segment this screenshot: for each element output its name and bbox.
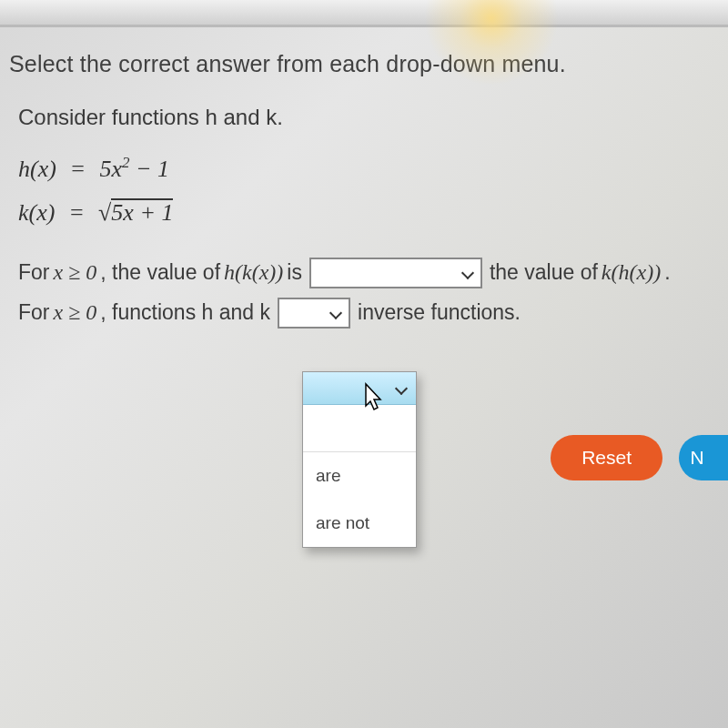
h-rhs-b: − 1 (130, 156, 170, 182)
l1-mid2: is (287, 260, 302, 285)
reset-button[interactable]: Reset (551, 435, 662, 480)
l1-end: . (664, 260, 670, 285)
l1-post1: the value of (490, 260, 598, 285)
eq-sign-2: = (70, 199, 84, 226)
content-area: Select the correct answer from each drop… (0, 27, 728, 347)
question-block: For x ≥ 0 , the value of h(k(x)) is the … (18, 258, 719, 329)
equation-h: h(x) = 5x2 − 1 (18, 154, 719, 183)
dropdown-2[interactable] (278, 298, 350, 329)
l1-exprA: h(k(x)) (224, 260, 283, 285)
radicand: 5x + 1 (111, 197, 173, 227)
dropdown-option-are-not[interactable]: are not (303, 500, 416, 547)
top-bar (0, 0, 728, 27)
l2-mid: , functions h and k (100, 300, 270, 325)
h-sup: 2 (122, 154, 130, 171)
equation-k: k(x) = √5x + 1 (18, 197, 719, 227)
eq-sign: = (71, 156, 85, 182)
l2-post: inverse functions. (358, 300, 521, 325)
l1-exprB: k(h(x)) (602, 260, 661, 285)
question-line-1: For x ≥ 0 , the value of h(k(x)) is the … (18, 258, 719, 288)
cursor-pointer-icon (359, 382, 388, 419)
chevron-down-icon (462, 267, 475, 279)
instruction-text: Select the correct answer from each drop… (9, 51, 719, 77)
l1-mid1: , the value of (100, 260, 220, 285)
chevron-down-icon (330, 307, 343, 319)
l1-pre: For (18, 260, 50, 285)
question-line-2: For x ≥ 0 , functions h and k inverse fu… (18, 298, 719, 329)
l2-pre: For (18, 300, 50, 325)
chevron-down-icon (396, 382, 409, 395)
consider-text: Consider functions h and k. (18, 105, 719, 130)
l2-cond: x ≥ 0 (54, 300, 97, 325)
next-button[interactable]: N (679, 435, 728, 480)
dropdown-1[interactable] (309, 258, 482, 288)
h-lhs: h(x) (18, 156, 56, 182)
dropdown-option-are[interactable]: are (303, 452, 416, 500)
l1-cond: x ≥ 0 (54, 260, 97, 285)
radical-sign: √ (98, 199, 111, 226)
button-row: Reset N (551, 435, 728, 480)
h-rhs-a: 5x (100, 156, 123, 182)
k-lhs: k(x) (18, 199, 55, 226)
